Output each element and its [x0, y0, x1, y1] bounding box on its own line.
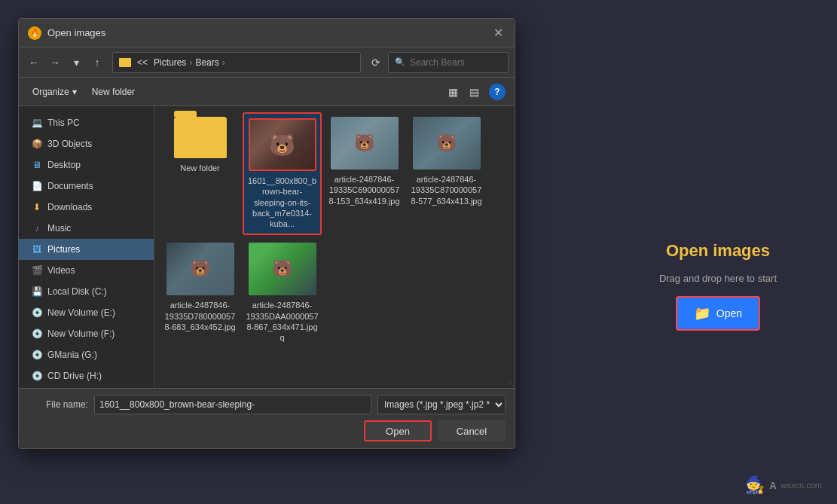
- filename-input[interactable]: [94, 395, 371, 414]
- file-thumbnail: [249, 118, 316, 171]
- up-button[interactable]: ↑: [88, 53, 106, 72]
- title-bar: 🔥 Open images ✕: [19, 19, 515, 47]
- back-button[interactable]: ←: [25, 53, 43, 72]
- bottom-bar: File name: Images (*.jpg *.jpeg *.jp2 *.…: [19, 388, 515, 448]
- forward-button[interactable]: →: [46, 53, 64, 72]
- sidebar-label-this-pc: This PC: [47, 118, 80, 128]
- desktop-icon: 🖥: [31, 159, 43, 171]
- search-input[interactable]: [410, 57, 523, 68]
- organize-arrow: ▾: [72, 87, 77, 97]
- file-name: 1601__800x800_brown-bear-sleeping-on-its…: [247, 176, 317, 229]
- refresh-button[interactable]: ⟳: [367, 53, 385, 72]
- file-thumbnail: [413, 117, 481, 170]
- pc-icon: 💻: [31, 117, 43, 129]
- list-item[interactable]: article-2487846-19335C8700000578-577_634…: [407, 112, 486, 235]
- sidebar-label-desktop: Desktop: [47, 160, 81, 170]
- sidebar-label-music: Music: [47, 223, 71, 234]
- sidebar-item-desktop[interactable]: 🖥 Desktop: [19, 154, 154, 176]
- breadcrumb-folder: <<: [137, 57, 148, 68]
- list-item[interactable]: 1601__800x800_brown-bear-sleeping-on-its…: [243, 112, 322, 235]
- sidebar-item-gmania-g[interactable]: 💿 GMania (G:): [19, 344, 154, 365]
- sidebar-label-downloads: Downloads: [47, 202, 92, 212]
- breadcrumb-current[interactable]: Bears: [195, 57, 218, 68]
- resize-handle[interactable]: ⋱: [506, 379, 515, 388]
- file-name: article-2487846-19335DAA00000578-867_634…: [246, 300, 319, 343]
- sidebar-label-cd-drive-h: CD Drive (H:): [47, 371, 102, 381]
- open-images-dialog: 🔥 Open images ✕ ← → ▾ ↑ << Pictures › Be…: [18, 18, 515, 449]
- sidebar-item-music[interactable]: ♪ Music: [19, 218, 154, 239]
- app-icon: 🔥: [28, 26, 41, 40]
- filetype-select[interactable]: Images (*.jpg *.jpeg *.jp2 *.j2k *: [377, 395, 506, 414]
- dropdown-button[interactable]: ▾: [67, 53, 85, 72]
- right-panel-subtitle: Drag and drop here to start: [659, 273, 777, 284]
- right-panel: Open images Drag and drop here to start …: [659, 241, 777, 331]
- sidebar-label-local-disk-c: Local Disk (C:): [47, 286, 107, 297]
- sidebar-label-new-volume-e: New Volume (E:): [47, 307, 115, 318]
- file-name: article-2487846-19335C8700000578-577_634…: [410, 174, 483, 206]
- list-item[interactable]: article-2487846-19335D7800000578-683_634…: [160, 238, 240, 347]
- content-area: 💻 This PC 📦 3D Objects 🖥 Desktop 📄 Docum…: [19, 106, 515, 388]
- new-folder-label: New folder: [92, 87, 135, 97]
- view-buttons: ▦ ▤: [444, 83, 483, 101]
- close-button[interactable]: ✕: [490, 26, 506, 41]
- nav-bar: ← → ▾ ↑ << Pictures › Bears › ⟳ 🔍: [19, 47, 515, 78]
- sidebar-item-this-pc[interactable]: 💻 This PC: [19, 112, 154, 133]
- sidebar-item-new-volume-f[interactable]: 💿 New Volume (F:): [19, 323, 154, 344]
- 3d-icon: 📦: [31, 138, 43, 150]
- organize-button[interactable]: Organize ▾: [28, 84, 81, 99]
- folder-icon: [119, 58, 131, 67]
- pictures-icon: 🖼: [31, 243, 43, 255]
- drive-f-icon: 💿: [31, 328, 43, 340]
- cancel-button[interactable]: Cancel: [438, 420, 506, 441]
- new-folder-button[interactable]: New folder: [87, 84, 139, 99]
- drive-g-icon: 💿: [31, 349, 43, 361]
- folder-icon-large: 📁: [694, 305, 710, 322]
- sidebar-item-documents[interactable]: 📄 Documents: [19, 176, 154, 197]
- file-thumbnail: [166, 243, 234, 295]
- help-button[interactable]: ?: [489, 84, 506, 100]
- watermark: 🧙 A wsxcn.com: [744, 475, 822, 495]
- file-name: article-2487846-19335D7800000578-683_634…: [163, 300, 237, 332]
- search-bar[interactable]: 🔍: [388, 52, 509, 73]
- videos-icon: 🎬: [31, 264, 43, 276]
- list-item[interactable]: New folder: [160, 112, 240, 235]
- music-icon: ♪: [31, 222, 43, 234]
- filename-row: File name: Images (*.jpg *.jpeg *.jp2 *.…: [28, 395, 506, 414]
- sidebar-item-pictures[interactable]: 🖼 Pictures: [19, 239, 154, 260]
- folder-icon: [174, 117, 227, 158]
- list-item[interactable]: article-2487846-19335DAA00000578-867_634…: [243, 238, 322, 347]
- watermark-text: wsxcn.com: [781, 481, 822, 490]
- open-button-large[interactable]: 📁 Open: [676, 296, 760, 331]
- breadcrumb: << Pictures › Bears ›: [112, 52, 361, 73]
- toolbar: Organize ▾ New folder ▦ ▤ ?: [19, 78, 515, 106]
- search-icon: 🔍: [395, 57, 405, 67]
- open-button[interactable]: Open: [364, 420, 432, 441]
- file-grid: New folder 1601__800x800_brown-bear-slee…: [154, 106, 515, 388]
- sidebar-item-downloads[interactable]: ⬇ Downloads: [19, 197, 154, 218]
- sidebar-label-gmania-g: GMania (G:): [47, 350, 97, 360]
- sidebar-label-pictures: Pictures: [47, 244, 80, 255]
- sidebar-item-videos[interactable]: 🎬 Videos: [19, 260, 154, 281]
- file-thumbnail: [249, 243, 316, 295]
- sidebar-item-local-disk-c[interactable]: 💾 Local Disk (C:): [19, 281, 154, 302]
- sidebar-item-new-volume-e[interactable]: 💿 New Volume (E:): [19, 302, 154, 323]
- view-grid-button[interactable]: ▦: [444, 83, 462, 101]
- dialog-title: Open images: [47, 27, 490, 38]
- sidebar-item-3d-objects[interactable]: 📦 3D Objects: [19, 133, 154, 154]
- open-button-large-label: Open: [716, 307, 742, 319]
- drive-e-icon: 💿: [31, 307, 43, 319]
- sidebar-label-documents: Documents: [47, 181, 93, 191]
- breadcrumb-pictures[interactable]: Pictures: [154, 57, 186, 68]
- action-row: Open Cancel: [28, 420, 506, 441]
- sidebar-item-cd-drive-h[interactable]: 💿 CD Drive (H:): [19, 365, 154, 386]
- sidebar-label-new-volume-f: New Volume (F:): [47, 328, 115, 339]
- file-name: article-2487846-19335C6900000578-153_634…: [328, 174, 401, 206]
- sidebar-label-videos: Videos: [47, 265, 75, 276]
- file-thumbnail: [331, 117, 399, 170]
- file-name: New folder: [180, 163, 220, 173]
- drive-h-icon: 💿: [31, 370, 43, 382]
- organize-label: Organize: [32, 87, 69, 97]
- sidebar-label-3d-objects: 3D Objects: [47, 139, 92, 149]
- list-item[interactable]: article-2487846-19335C6900000578-153_634…: [325, 112, 404, 235]
- view-list-button[interactable]: ▤: [465, 83, 483, 101]
